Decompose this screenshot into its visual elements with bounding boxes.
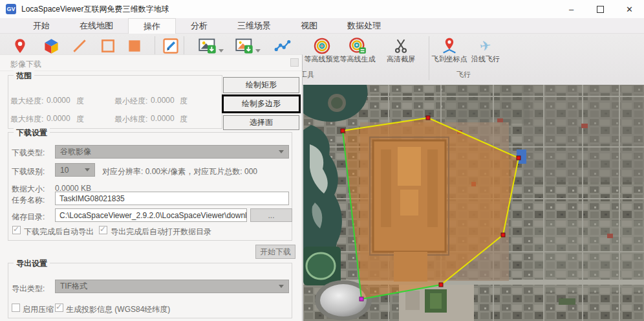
- tab-view[interactable]: 视图: [286, 18, 332, 34]
- export-type-dropdown[interactable]: TIF格式: [55, 280, 289, 293]
- min-lon-value[interactable]: 0.0000: [151, 96, 175, 105]
- dialog-close-button[interactable]: [290, 58, 299, 67]
- polygon-vertex-handle[interactable]: [439, 283, 443, 287]
- polygon-vertex-handle[interactable]: [426, 116, 430, 120]
- projection-info-label[interactable]: 生成投影信息 (WGS84经纬度): [66, 304, 170, 315]
- export-type-value: TIF格式: [60, 281, 87, 292]
- export-type-label: 导出类型:: [12, 283, 45, 294]
- maximize-button[interactable]: [586, 0, 615, 18]
- draw-polygon-range-button[interactable]: 绘制多边形: [222, 94, 301, 113]
- edit-feature-button[interactable]: [159, 36, 182, 56]
- window-controls: – ✕: [557, 0, 644, 18]
- select-face-button[interactable]: 选择面: [223, 115, 299, 130]
- enable-compression-checkbox[interactable]: [12, 304, 20, 312]
- model-cube-button[interactable]: [39, 36, 63, 56]
- fly-along-line-label: 沿线飞行: [462, 54, 509, 64]
- draw-rectangle-button[interactable]: [96, 36, 120, 56]
- flight-group-label: 飞行: [456, 70, 471, 80]
- image-download-dialog: 影像下载 范围 最大经度: 0.0000 度 最小经度: 0.0000 度 最大…: [0, 54, 303, 321]
- image-download-button[interactable]: [196, 36, 219, 56]
- open-dir-checkbox-label[interactable]: 导出完成后自动打开数据目录: [111, 227, 211, 238]
- tab-start[interactable]: 开始: [18, 18, 65, 34]
- draw-rectangle-range-button[interactable]: 绘制矩形: [223, 77, 299, 93]
- draw-line-button[interactable]: [68, 36, 91, 56]
- hd-screenshot-button[interactable]: [389, 36, 413, 56]
- max-lon-label: 最大经度:: [10, 96, 43, 107]
- app-logo-icon: GV: [6, 4, 16, 14]
- tab-data-processing[interactable]: 数据处理: [332, 18, 396, 34]
- min-lat-value[interactable]: 0.0000: [151, 114, 175, 123]
- menu-tab-bar: 开始 在线地图 操作 分析 三维场景 视图 数据处理: [0, 18, 644, 34]
- line-icon: [71, 38, 88, 54]
- contour-preview-button[interactable]: [310, 36, 334, 56]
- download-type-dropdown[interactable]: 谷歌影像: [55, 145, 289, 159]
- task-name-value: TaskIMG08021835: [59, 194, 125, 203]
- polyline-icon: [274, 38, 292, 54]
- browse-directory-button[interactable]: ...: [250, 208, 292, 222]
- download-type-value: 谷歌影像: [60, 146, 91, 157]
- scissors-icon: [392, 38, 409, 54]
- imagery-download-button[interactable]: [233, 36, 256, 56]
- 3d-cube-icon: [43, 38, 60, 55]
- title-bar: GV LocaSpaceViewer互联网免费三维数字地球 – ✕: [0, 0, 644, 18]
- maximize-icon: [597, 6, 604, 13]
- imagery-download-icon: [235, 37, 254, 55]
- polygon-vertex-handle-active[interactable]: [360, 297, 363, 301]
- min-lat-label: 最小纬度:: [114, 114, 147, 125]
- fly-along-line-button[interactable]: ✈: [474, 36, 497, 56]
- task-name-label: 任务名称:: [12, 195, 45, 206]
- open-dir-checkbox[interactable]: [99, 226, 107, 234]
- image-download-icon: [198, 37, 217, 55]
- storage-dir-value: C:\LocaSpaceViewer_2.9.2.0\LocaSpaceView…: [59, 211, 247, 220]
- dialog-title: 影像下载: [10, 59, 41, 70]
- hd-screenshot-label: 高清截屏: [378, 54, 424, 64]
- download-level-value: 10: [60, 166, 69, 175]
- imagery-download-dropdown-caret[interactable]: [255, 49, 261, 52]
- contour-generate-button[interactable]: [346, 36, 369, 56]
- auto-export-checkbox[interactable]: [12, 226, 21, 234]
- download-level-label: 下载级别:: [12, 166, 45, 177]
- fly-to-point-button[interactable]: [438, 36, 461, 56]
- storage-dir-input[interactable]: C:\LocaSpaceViewer_2.9.2.0\LocaSpaceView…: [55, 208, 247, 222]
- draw-polygon-fill-button[interactable]: [123, 36, 146, 56]
- min-lon-label: 最小经度:: [114, 96, 147, 107]
- download-settings-legend: 下载设置: [14, 127, 50, 138]
- placemark-pin-button[interactable]: [8, 36, 32, 56]
- map-view[interactable]: [303, 85, 644, 321]
- location-pin-icon: [12, 38, 28, 54]
- start-download-button[interactable]: 开始下载: [255, 245, 295, 259]
- edit-pencil-icon: [162, 37, 180, 55]
- resolution-info-text: 对应分辨率: 0.00米/像素，对应瓦片总数: 000: [102, 166, 257, 177]
- airplane-icon: ✈: [479, 38, 493, 54]
- tab-online-map[interactable]: 在线地图: [65, 18, 128, 34]
- minimize-button[interactable]: –: [557, 0, 586, 18]
- tab-operation[interactable]: 操作: [128, 18, 176, 34]
- tab-3d-scene[interactable]: 三维场景: [222, 18, 286, 34]
- max-lon-unit: 度: [76, 96, 84, 107]
- dialog-header-divider: [0, 71, 302, 71]
- close-button[interactable]: ✕: [615, 0, 644, 18]
- data-size-label: 数据大小:: [12, 184, 45, 195]
- auto-export-checkbox-label[interactable]: 下载完成后自动导出: [24, 227, 94, 238]
- range-legend: 范围: [14, 71, 34, 82]
- max-lat-value[interactable]: 0.0000: [47, 114, 70, 123]
- export-settings-legend: 导出设置: [14, 258, 50, 269]
- max-lon-value[interactable]: 0.0000: [47, 96, 70, 105]
- polygon-vertex-handle[interactable]: [517, 156, 521, 160]
- projection-info-checkbox[interactable]: [55, 304, 63, 312]
- contour-generate-icon: [349, 37, 367, 55]
- min-lon-unit: 度: [180, 96, 188, 107]
- contour-generate-label: 等高线生成: [334, 54, 381, 64]
- download-level-dropdown[interactable]: 10: [55, 163, 95, 177]
- route-polyline-button[interactable]: [271, 36, 294, 56]
- storage-dir-label: 储存目录:: [12, 212, 45, 223]
- max-lat-label: 最大纬度:: [10, 114, 43, 125]
- image-download-dropdown-caret[interactable]: [219, 49, 224, 52]
- max-lat-unit: 度: [76, 114, 84, 125]
- task-name-input[interactable]: TaskIMG08021835: [55, 192, 289, 205]
- enable-compression-label[interactable]: 启用压缩: [23, 304, 54, 315]
- tab-analysis[interactable]: 分析: [176, 18, 222, 34]
- min-lat-unit: 度: [180, 114, 188, 125]
- polygon-vertex-handle[interactable]: [341, 129, 345, 133]
- polygon-vertex-handle[interactable]: [501, 233, 505, 237]
